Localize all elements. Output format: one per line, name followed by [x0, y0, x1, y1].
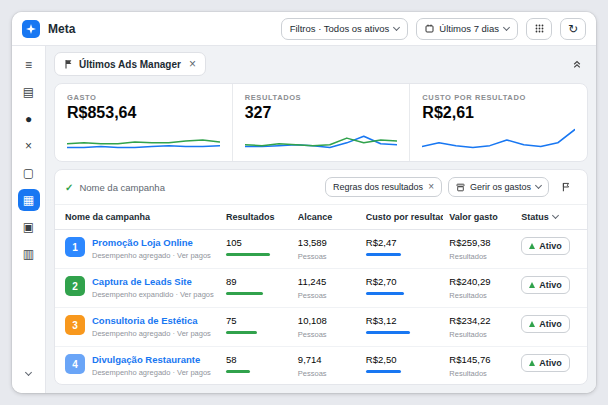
chevron-down-icon [535, 182, 542, 189]
filters-dropdown[interactable]: Filtros · Todos os ativos [281, 18, 409, 40]
sidebar-item-notes[interactable]: ▣ [18, 216, 40, 238]
sidebar-collapse-button[interactable] [18, 363, 40, 385]
campaign-subtitle: Desempenho agregado · Ver pagos [92, 329, 211, 338]
spend-subtext: Resultados [449, 291, 515, 300]
reach-subtext: Pessoas [298, 369, 360, 378]
table-row[interactable]: 1 Promoção Loja Online Desempenho agrega… [55, 230, 587, 269]
column-header-reach[interactable]: Alcance [298, 212, 360, 222]
status-badge[interactable]: Ativo [521, 354, 570, 372]
results-bar [226, 292, 270, 295]
stat-label: Gasto [67, 93, 220, 102]
brand-name: Meta [48, 22, 75, 36]
top-bar: Meta Filtros · Todos os ativos Últimos 7… [12, 12, 596, 46]
refresh-button[interactable]: ↻ [560, 18, 586, 40]
campaign-name-link[interactable]: Divulgação Restaurante [92, 354, 211, 366]
status-active-icon [529, 282, 535, 288]
column-header-name[interactable]: Nome da campanha [65, 212, 220, 222]
status-active-icon [529, 360, 535, 366]
sidebar-item-close[interactable]: × [18, 135, 40, 157]
status-badge[interactable]: Ativo [521, 237, 570, 255]
stat-label: Resultados [245, 93, 398, 102]
date-range-label: Últimos 7 dias [439, 23, 499, 34]
table-header-row: Nome da campanha Resultados Alcance Cust… [55, 205, 587, 230]
close-icon: × [25, 139, 32, 153]
menu-icon: ≡ [25, 58, 32, 72]
results-bar [226, 370, 270, 373]
sidebar-item-columns[interactable]: ▥ [18, 243, 40, 265]
campaign-name-link[interactable]: Captura de Leads Site [92, 276, 214, 288]
stat-card-results[interactable]: Resultados 327 [232, 84, 410, 161]
manage-dropdown[interactable]: Gerir os gastos [448, 177, 549, 197]
column-header-spend[interactable]: Valor gasto [449, 212, 515, 222]
reach-cell: 9,714 Pessoas [298, 354, 360, 378]
sidebar-item-campaign-list[interactable]: ▤ [18, 81, 40, 103]
reach-cell: 13,589 Pessoas [298, 237, 360, 261]
close-icon[interactable]: × [428, 182, 434, 192]
stat-card-cost-per-result[interactable]: Custo por resultado R$2,61 [409, 84, 587, 161]
campaign-name-cell: 3 Consultoria de Estética Desempenho agr… [65, 315, 220, 338]
spend-value: R$259,38 [449, 237, 515, 248]
reach-value: 9,714 [298, 354, 360, 365]
double-chevron-up-icon [572, 59, 582, 69]
date-range-dropdown[interactable]: Últimos 7 dias [416, 18, 518, 40]
results-bar [226, 253, 270, 256]
apps-grid-button[interactable] [526, 18, 552, 40]
table-row[interactable]: 4 Divulgação Restaurante Desempenho agre… [55, 347, 587, 385]
chevron-down-icon [393, 23, 400, 30]
spend-cell: R$234,22 Resultados [449, 315, 515, 339]
sidebar-item-menu[interactable]: ≡ [18, 54, 40, 76]
close-icon[interactable]: × [189, 58, 196, 70]
cost-bar [366, 370, 410, 373]
cost-bar [366, 331, 410, 334]
status-label: Ativo [539, 358, 562, 368]
filters-label: Filtros · Todos os ativos [290, 23, 390, 34]
bookmark-flag-button[interactable] [555, 176, 577, 198]
status-cell: Ativo [521, 354, 577, 372]
table-row[interactable]: 3 Consultoria de Estética Desempenho agr… [55, 308, 587, 347]
results-value: 75 [226, 315, 292, 326]
stats-panel: Gasto R$853,64 Resultados 327 Custo por … [54, 83, 588, 162]
campaign-name-link[interactable]: Promoção Loja Online [92, 237, 211, 249]
status-cell: Ativo [521, 276, 577, 294]
status-badge[interactable]: Ativo [521, 276, 570, 294]
collapse-panel-button[interactable] [566, 53, 588, 75]
app-window: Meta Filtros · Todos os ativos Últimos 7… [12, 12, 596, 393]
star-icon [26, 24, 36, 34]
reach-value: 13,589 [298, 237, 360, 248]
campaign-subtitle: Desempenho agregado · Ver pagos [92, 251, 211, 260]
stat-value: R$853,64 [67, 104, 220, 122]
reports-icon: ▦ [23, 193, 34, 207]
campaign-name-link[interactable]: Consultoria de Estética [92, 315, 211, 327]
search-label[interactable]: Nome da campanha [79, 182, 165, 193]
cost-bar [366, 292, 410, 295]
sidebar-item-account[interactable]: ● [18, 108, 40, 130]
reach-subtext: Pessoas [298, 252, 360, 261]
meta-logo[interactable] [22, 20, 40, 38]
status-header-label: Status [521, 212, 549, 222]
reach-subtext: Pessoas [298, 291, 360, 300]
manage-dropdown-label: Gerir os gastos [470, 182, 531, 192]
column-header-results[interactable]: Resultados [226, 212, 292, 222]
cost-value: R$2,50 [366, 354, 443, 365]
campaign-icon: 4 [65, 354, 85, 374]
stat-value: 327 [245, 104, 398, 122]
sparkline-chart [245, 124, 398, 156]
campaign-subtitle: Desempenho expandido · Ver pagos [92, 290, 214, 299]
stat-card-spend[interactable]: Gasto R$853,64 [55, 84, 232, 161]
spend-cell: R$259,38 Resultados [449, 237, 515, 261]
spend-cell: R$145,76 Resultados [449, 354, 515, 378]
column-header-status[interactable]: Status [521, 212, 577, 222]
tab-ads-manager[interactable]: Últimos Ads Manager × [54, 52, 206, 76]
campaign-icon: 3 [65, 315, 85, 335]
sidebar-item-reports-active[interactable]: ▦ [18, 189, 40, 211]
campaign-name-cell: 1 Promoção Loja Online Desempenho agrega… [65, 237, 220, 260]
status-badge[interactable]: Ativo [521, 315, 570, 333]
filter-chip[interactable]: Regras dos resultados × [325, 177, 442, 197]
window-icon: ▢ [23, 166, 34, 180]
body-row: ≡ ▤ ● × ▢ ▦ ▣ ▥ [12, 46, 596, 393]
status-active-icon [529, 321, 535, 327]
column-header-cost[interactable]: Custo por resultado [366, 212, 443, 222]
table-row[interactable]: 2 Captura de Leads Site Desempenho expan… [55, 269, 587, 308]
sidebar-item-window[interactable]: ▢ [18, 162, 40, 184]
spend-subtext: Resultados [449, 252, 515, 261]
